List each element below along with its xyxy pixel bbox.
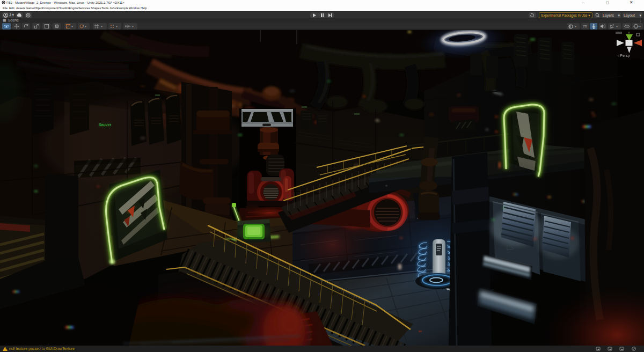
svg-text:Y: Y [628, 31, 630, 34]
svg-text:‹ Persp: ‹ Persp [618, 54, 630, 58]
